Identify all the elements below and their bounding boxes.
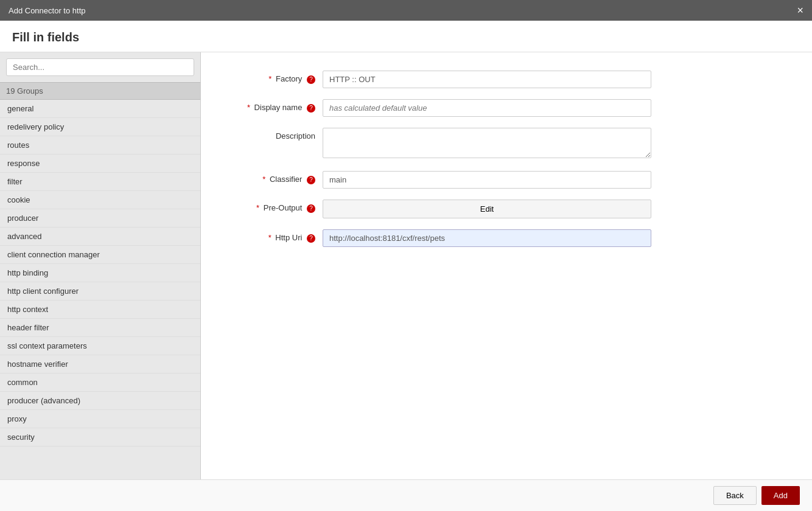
sidebar-item-client-connection-manager[interactable]: client connection manager: [0, 246, 200, 264]
sidebar-item-ssl-context-parameters[interactable]: ssl context parameters: [0, 337, 200, 355]
description-textarea[interactable]: [323, 128, 651, 158]
display-name-input[interactable]: [323, 99, 651, 117]
sidebar-item-security[interactable]: security: [0, 428, 200, 447]
description-label-text: Description: [276, 131, 315, 141]
factory-control: [323, 71, 651, 88]
sidebar-list: general redelivery policy routes respons…: [0, 100, 200, 479]
factory-required-star: *: [268, 74, 271, 83]
sidebar-item-header-filter[interactable]: header filter: [0, 319, 200, 337]
factory-row: * Factory ?: [225, 71, 788, 88]
description-label: Description: [225, 128, 323, 141]
description-control: [323, 128, 651, 160]
sidebar-item-hostname-verifier[interactable]: hostname verifier: [0, 355, 200, 374]
groups-header: 19 Groups: [0, 82, 200, 100]
http-uri-control: [323, 229, 651, 247]
display-name-label: * Display name ?: [225, 99, 323, 113]
dialog-header: Add Connector to http ×: [0, 0, 812, 21]
sidebar-item-filter[interactable]: filter: [0, 173, 200, 191]
classifier-label: * Classifier ?: [225, 171, 323, 184]
dialog: Add Connector to http × Fill in fields 1…: [0, 0, 812, 511]
factory-label-text: Factory: [276, 74, 302, 83]
classifier-label-text: Classifier: [270, 175, 302, 184]
display-name-label-text: Display name: [254, 103, 303, 112]
sidebar: 19 Groups general redelivery policy rout…: [0, 52, 201, 479]
sidebar-item-cookie[interactable]: cookie: [0, 191, 200, 209]
factory-input[interactable]: [323, 71, 651, 88]
http-uri-input[interactable]: [323, 229, 651, 247]
classifier-input[interactable]: [323, 171, 651, 189]
pre-output-control: Edit: [323, 200, 651, 218]
pre-output-label-text: Pre-Output: [264, 203, 303, 212]
factory-help-icon[interactable]: ?: [307, 75, 315, 84]
http-uri-label-text: Http Uri: [275, 233, 302, 242]
classifier-help-icon[interactable]: ?: [307, 176, 315, 184]
sidebar-item-redelivery-policy[interactable]: redelivery policy: [0, 118, 200, 136]
description-row: Description: [225, 128, 788, 160]
search-input[interactable]: [6, 58, 194, 76]
display-name-required-star: *: [247, 103, 250, 112]
sidebar-item-producer[interactable]: producer: [0, 209, 200, 228]
display-name-row: * Display name ?: [225, 99, 788, 117]
dialog-title: Add Connector to http: [9, 6, 85, 15]
sidebar-item-http-client-configurer[interactable]: http client configurer: [0, 282, 200, 301]
sidebar-item-general[interactable]: general: [0, 100, 200, 118]
display-name-control: [323, 99, 651, 117]
page-title: Fill in fields: [0, 21, 812, 52]
classifier-required-star: *: [262, 175, 265, 184]
sidebar-item-http-binding[interactable]: http binding: [0, 264, 200, 282]
pre-output-row: * Pre-Output ? Edit: [225, 200, 788, 218]
display-name-help-icon[interactable]: ?: [307, 104, 315, 113]
sidebar-item-common[interactable]: common: [0, 374, 200, 392]
pre-output-help-icon[interactable]: ?: [307, 204, 315, 213]
dialog-footer: Back Add: [0, 479, 812, 511]
back-button[interactable]: Back: [713, 486, 757, 505]
pre-output-label: * Pre-Output ?: [225, 200, 323, 213]
sidebar-item-proxy[interactable]: proxy: [0, 410, 200, 428]
pre-output-edit-button[interactable]: Edit: [323, 200, 651, 218]
classifier-row: * Classifier ?: [225, 171, 788, 189]
main-form: * Factory ? * Display name ?: [201, 52, 812, 479]
http-uri-help-icon[interactable]: ?: [307, 234, 315, 243]
factory-label: * Factory ?: [225, 71, 323, 84]
sidebar-item-response[interactable]: response: [0, 155, 200, 173]
http-uri-label: * Http Uri ?: [225, 229, 323, 243]
pre-output-required-star: *: [256, 203, 259, 212]
sidebar-item-routes[interactable]: routes: [0, 136, 200, 155]
classifier-control: [323, 171, 651, 189]
close-button[interactable]: ×: [797, 5, 803, 16]
http-uri-required-star: *: [268, 233, 271, 242]
http-uri-row: * Http Uri ?: [225, 229, 788, 247]
sidebar-item-http-context[interactable]: http context: [0, 301, 200, 319]
sidebar-item-producer-advanced[interactable]: producer (advanced): [0, 392, 200, 410]
add-button[interactable]: Add: [761, 486, 800, 505]
sidebar-item-advanced[interactable]: advanced: [0, 228, 200, 246]
dialog-content: 19 Groups general redelivery policy rout…: [0, 52, 812, 479]
